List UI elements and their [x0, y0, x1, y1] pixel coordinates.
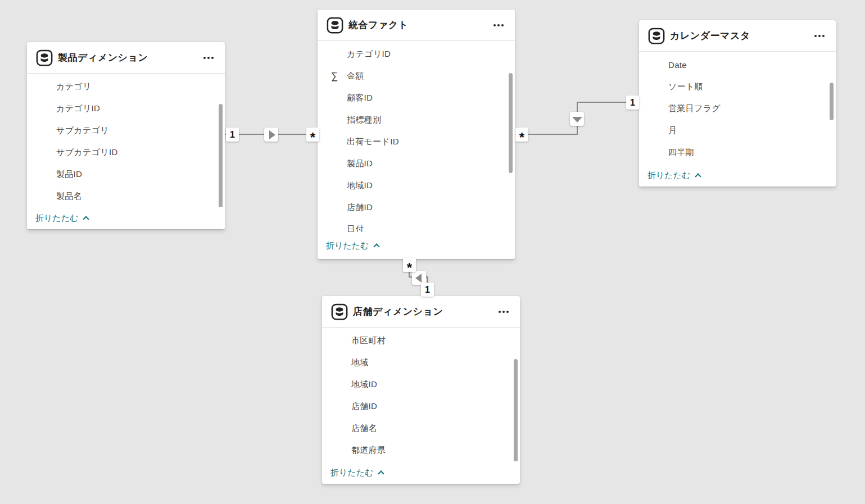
- field-list: カテゴリ カテゴリID サブカテゴリ サブカテゴリID 製品ID 製品名: [27, 74, 225, 207]
- table-card-unified-fact[interactable]: 統合ファクト カテゴリID ∑ 金額 顧客ID 指標種別 出荷モードID 製品I…: [318, 10, 515, 259]
- field-name: 店舗ID: [347, 202, 373, 213]
- table-title: カレンダーマスタ: [670, 29, 812, 42]
- field-name: Date: [668, 60, 687, 70]
- table-title: 店舗ディメンション: [353, 305, 496, 318]
- table-card-header[interactable]: カレンダーマスタ: [639, 20, 836, 52]
- chevron-up-icon: [83, 216, 89, 222]
- field-name: 営業日フラグ: [668, 103, 721, 114]
- field-row[interactable]: 顧客ID: [318, 87, 515, 109]
- field-name: 製品ID: [347, 158, 373, 169]
- field-name: 店舗名: [351, 423, 377, 434]
- more-options-button[interactable]: [812, 33, 827, 39]
- filter-direction-right-icon[interactable]: [264, 128, 278, 142]
- scrollbar[interactable]: [509, 73, 513, 173]
- field-row[interactable]: 店舗名: [322, 417, 520, 439]
- field-name: 日付: [347, 224, 364, 232]
- field-row[interactable]: 製品ID: [318, 153, 515, 175]
- field-name: 地域ID: [347, 180, 373, 191]
- collapse-label: 折りたたむ: [326, 240, 369, 251]
- field-name: 出荷モードID: [347, 137, 399, 147]
- collapse-label: 折りたたむ: [35, 213, 78, 224]
- field-name: 四半期: [668, 147, 694, 158]
- field-row[interactable]: 地域: [322, 352, 520, 374]
- chevron-up-icon: [695, 173, 701, 179]
- field-name: 地域: [351, 357, 369, 368]
- field-name: カテゴリID: [56, 103, 100, 114]
- field-row[interactable]: 製品ID: [27, 164, 225, 185]
- field-name: 都道府県: [351, 445, 386, 456]
- field-row[interactable]: カテゴリID: [27, 98, 225, 120]
- chevron-up-icon: [374, 243, 380, 249]
- collapse-link[interactable]: 折りたたむ: [639, 164, 836, 187]
- field-name: カテゴリ: [56, 81, 92, 92]
- scrollbar[interactable]: [830, 83, 834, 120]
- field-name: 製品ID: [56, 169, 82, 180]
- table-card-calendar-master[interactable]: カレンダーマスタ Date ソート順 営業日フラグ 月 四半期 折りたたむ: [639, 20, 836, 187]
- collapse-label: 折りたたむ: [330, 467, 373, 478]
- table-title: 統合ファクト: [348, 19, 491, 31]
- more-options-button[interactable]: [496, 308, 511, 315]
- cardinality-label-one: 1: [421, 283, 434, 297]
- cardinality-label-many: *: [515, 128, 528, 142]
- field-name: サブカテゴリID: [56, 147, 118, 158]
- cardinality-label-one: 1: [226, 128, 239, 142]
- model-view-canvas: 1 * * 1 * 1 製品ディメンション カテゴリ カテゴリID サブカテゴリ…: [0, 0, 865, 504]
- field-name: ソート順: [668, 81, 703, 92]
- scrollbar[interactable]: [514, 359, 518, 461]
- field-row[interactable]: 都道府県: [322, 439, 520, 461]
- field-row[interactable]: 四半期: [639, 142, 836, 164]
- chevron-up-icon: [378, 470, 384, 476]
- cardinality-label-many: *: [306, 128, 319, 142]
- filter-direction-down-icon[interactable]: [570, 112, 584, 126]
- table-icon: [331, 303, 348, 320]
- table-card-header[interactable]: 統合ファクト: [318, 10, 515, 41]
- field-row[interactable]: 市区町村: [322, 330, 520, 352]
- collapse-link[interactable]: 折りたたむ: [318, 232, 515, 259]
- field-row[interactable]: サブカテゴリ: [27, 120, 225, 142]
- field-row[interactable]: 営業日フラグ: [639, 98, 836, 120]
- table-icon: [36, 49, 53, 66]
- collapse-link[interactable]: 折りたたむ: [322, 461, 520, 484]
- field-row[interactable]: 日付: [318, 219, 515, 232]
- field-row[interactable]: 地域ID: [322, 374, 520, 396]
- field-name: 顧客ID: [347, 93, 373, 103]
- field-row[interactable]: カテゴリID: [318, 43, 515, 65]
- sigma-icon: ∑: [331, 70, 338, 81]
- table-card-product-dimension[interactable]: 製品ディメンション カテゴリ カテゴリID サブカテゴリ サブカテゴリID 製品…: [27, 42, 225, 229]
- field-row[interactable]: Date: [639, 54, 836, 76]
- collapse-link[interactable]: 折りたたむ: [27, 207, 225, 229]
- field-name: 月: [668, 125, 677, 136]
- field-row[interactable]: 月: [639, 120, 836, 142]
- cardinality-label-many: *: [403, 258, 416, 272]
- field-row[interactable]: 製品名: [27, 185, 225, 207]
- table-icon: [648, 28, 665, 44]
- field-row[interactable]: ∑ 金額: [318, 65, 515, 87]
- field-row[interactable]: 店舗ID: [322, 396, 520, 417]
- field-name: 地域ID: [351, 379, 377, 390]
- more-options-button[interactable]: [201, 55, 216, 61]
- more-options-button[interactable]: [491, 22, 506, 29]
- field-list: Date ソート順 営業日フラグ 月 四半期: [639, 52, 836, 164]
- field-name: 金額: [347, 71, 364, 81]
- field-row[interactable]: 指標種別: [318, 109, 515, 131]
- table-card-header[interactable]: 店舗ディメンション: [322, 296, 520, 328]
- field-row[interactable]: ソート順: [639, 76, 836, 98]
- field-name: 店舗ID: [351, 401, 377, 412]
- field-row[interactable]: 地域ID: [318, 175, 515, 197]
- table-card-header[interactable]: 製品ディメンション: [27, 42, 225, 74]
- field-row[interactable]: 出荷モードID: [318, 131, 515, 153]
- cardinality-label-one: 1: [626, 96, 639, 110]
- scrollbar[interactable]: [219, 104, 223, 207]
- table-icon: [327, 17, 343, 34]
- field-name: カテゴリID: [347, 49, 391, 60]
- table-title: 製品ディメンション: [58, 51, 201, 64]
- field-row[interactable]: サブカテゴリID: [27, 142, 225, 164]
- field-row[interactable]: カテゴリ: [27, 76, 225, 98]
- field-name: 指標種別: [347, 115, 381, 125]
- field-row[interactable]: 店舗ID: [318, 197, 515, 219]
- field-name: 市区町村: [351, 335, 386, 346]
- table-card-store-dimension[interactable]: 店舗ディメンション 市区町村 地域 地域ID 店舗ID 店舗名 都道府県 折りた…: [322, 296, 520, 484]
- field-list: 市区町村 地域 地域ID 店舗ID 店舗名 都道府県: [322, 328, 520, 461]
- collapse-label: 折りたたむ: [647, 170, 690, 181]
- field-list: カテゴリID ∑ 金額 顧客ID 指標種別 出荷モードID 製品ID 地域ID …: [318, 41, 515, 232]
